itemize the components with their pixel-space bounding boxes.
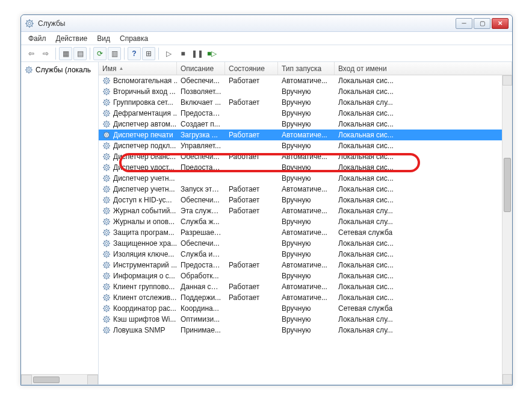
minimize-button[interactable]: ─ xyxy=(456,18,472,29)
scrollbar-thumb[interactable] xyxy=(504,158,511,212)
table-cell: Локальная сис... xyxy=(335,195,512,205)
tree-root-label: Службы (локаль xyxy=(36,66,91,74)
table-row[interactable]: Диспетчер учетн...Запуск это...РаботаетА… xyxy=(99,184,512,195)
refresh-button[interactable]: ⟳ xyxy=(93,47,107,60)
tree-horizontal-scrollbar[interactable] xyxy=(21,374,98,384)
table-cell xyxy=(225,319,278,320)
table-row[interactable]: Изоляция ключе...Служба из...ВручнуюЛока… xyxy=(99,249,512,260)
properties-button[interactable]: ▤ xyxy=(73,47,87,60)
vertical-scrollbar[interactable] xyxy=(502,75,512,384)
table-row[interactable]: Вспомогательная ...Обеспечи...РаботаетАв… xyxy=(99,75,512,86)
export-button[interactable]: ▥ xyxy=(108,47,121,60)
table-cell xyxy=(225,254,278,255)
table-cell: Вручную xyxy=(278,195,335,205)
tree-root-item[interactable]: Службы (локаль xyxy=(23,64,96,75)
menu-view[interactable]: Вид xyxy=(92,33,115,44)
table-cell: Вручную xyxy=(278,314,335,324)
table-row[interactable]: Диспетчер учетн...ВручнуюЛокальная сис..… xyxy=(99,173,512,184)
table-row[interactable]: Дефрагментация ...Предостав...ВручнуюЛок… xyxy=(99,108,512,119)
table-cell: Вспомогательная ... xyxy=(99,76,177,86)
services-list[interactable]: Вспомогательная ...Обеспечи...РаботаетАв… xyxy=(99,75,512,384)
start-service-button[interactable]: ▷ xyxy=(162,47,175,60)
table-cell: Автоматиче... xyxy=(278,76,335,86)
table-row[interactable]: Инструментарий ...Предостав...РаботаетАв… xyxy=(99,260,512,270)
service-icon xyxy=(102,315,111,323)
scroll-up-button[interactable] xyxy=(503,75,512,86)
table-row[interactable]: Журналы и опов...Служба ж...ВручнуюЛокал… xyxy=(99,216,512,227)
sort-indicator-icon: ▲ xyxy=(119,66,123,71)
table-row[interactable]: Ловушка SNMPПринимае...ВручнуюЛокальная … xyxy=(99,325,512,336)
table-row[interactable]: Защита програм...Разрешает...Автоматиче.… xyxy=(99,227,512,238)
stop-service-button[interactable]: ■ xyxy=(176,47,190,60)
titlebar[interactable]: Службы ─ ▢ ✕ xyxy=(21,15,512,32)
show-hide-tree-button[interactable]: ▦ xyxy=(59,47,72,60)
service-icon xyxy=(102,87,111,96)
table-cell: Локальная сис... xyxy=(335,130,512,140)
window-buttons: ─ ▢ ✕ xyxy=(456,18,509,29)
menu-action[interactable]: Действие xyxy=(51,33,93,44)
tree-view[interactable]: Службы (локаль xyxy=(21,62,98,374)
table-row[interactable]: Диспетчер печатиЗагрузка ...РаботаетАвто… xyxy=(99,130,512,140)
column-state[interactable]: Состояние xyxy=(225,62,278,75)
table-cell: Управляет... xyxy=(177,141,225,151)
menu-help[interactable]: Справка xyxy=(115,33,153,44)
table-row[interactable]: Диспетчер автом...Создает п...ВручнуюЛок… xyxy=(99,119,512,130)
help-button[interactable]: ? xyxy=(128,47,141,60)
table-cell: Автоматиче... xyxy=(278,152,335,161)
toggle-button[interactable]: ⊞ xyxy=(142,47,155,60)
table-cell: Работает xyxy=(225,293,278,302)
table-cell: Загрузка ... xyxy=(177,130,225,140)
table-cell: Предостав... xyxy=(177,108,225,118)
table-row[interactable]: Защищенное хра...Обеспечи...ВручнуюЛокал… xyxy=(99,238,512,249)
table-cell: Защищенное хра... xyxy=(99,239,177,248)
table-row[interactable]: Диспетчер удост...Предостав...ВручнуюЛок… xyxy=(99,162,512,173)
table-row[interactable]: Доступ к HID-ус...Обеспечи...РаботаетВру… xyxy=(99,195,512,205)
window-title: Службы xyxy=(38,19,456,28)
table-cell xyxy=(225,243,278,244)
table-cell: Ловушка SNMP xyxy=(99,325,177,335)
column-description[interactable]: Описание xyxy=(177,62,225,75)
table-row[interactable]: Информация о с...Обработк...ВручнуюЛокал… xyxy=(99,270,512,281)
table-row[interactable]: Диспетчер сеанс...Обеспечи...РаботаетАвт… xyxy=(99,151,512,162)
service-icon xyxy=(102,77,111,85)
table-cell: Сетевая служба xyxy=(335,304,512,313)
table-row[interactable]: Кэш шрифтов Wi...Оптимизи...ВручнуюЛокал… xyxy=(99,314,512,325)
scroll-down-button[interactable] xyxy=(503,374,512,384)
table-cell: Вторичный вход ... xyxy=(99,87,177,96)
menu-file[interactable]: Файл xyxy=(23,33,51,44)
forward-button[interactable]: ⇨ xyxy=(39,47,52,60)
table-row[interactable]: Журнал событий...Эта служб...РаботаетАвт… xyxy=(99,205,512,216)
scrollbar-track[interactable] xyxy=(503,86,512,374)
table-row[interactable]: Вторичный вход ...Позволяет...ВручнуюЛок… xyxy=(99,86,512,97)
back-button[interactable]: ⇦ xyxy=(25,47,38,60)
table-cell: Локальная сис... xyxy=(335,152,512,161)
service-icon xyxy=(102,185,111,193)
table-cell: Диспетчер учетн... xyxy=(99,173,177,183)
table-row[interactable]: Клиент группово...Данная слу...РаботаетА… xyxy=(99,281,512,292)
table-cell: Локальная сис... xyxy=(335,239,512,248)
column-startup[interactable]: Тип запуска xyxy=(278,62,335,75)
table-cell: Диспетчер удост... xyxy=(99,163,177,172)
close-button[interactable]: ✕ xyxy=(492,18,509,29)
service-icon xyxy=(102,293,111,302)
table-cell: Работает xyxy=(225,282,278,292)
table-cell xyxy=(225,308,278,309)
table-cell: Координатор рас... xyxy=(99,304,177,313)
pause-service-button[interactable]: ❚❚ xyxy=(191,47,204,60)
table-cell xyxy=(225,113,278,114)
service-icon xyxy=(102,239,111,248)
table-row[interactable]: Координатор рас...Координа...ВручнуюСете… xyxy=(99,303,512,314)
column-logon[interactable]: Вход от имени xyxy=(335,62,512,75)
table-cell: Локальная сис... xyxy=(335,108,512,118)
restart-service-button[interactable]: ■▷ xyxy=(205,47,218,60)
list-header: Имя▲ Описание Состояние Тип запуска Вход… xyxy=(99,62,512,75)
table-row[interactable]: Группировка сет...Включает ...РаботаетВр… xyxy=(99,97,512,108)
service-icon xyxy=(102,163,111,172)
table-cell: Диспетчер учетн... xyxy=(99,184,177,194)
scrollbar-thumb[interactable] xyxy=(33,377,60,383)
column-name[interactable]: Имя▲ xyxy=(99,62,177,75)
table-row[interactable]: Клиент отслежив...Поддержи...РаботаетАвт… xyxy=(99,292,512,303)
table-cell: Работает xyxy=(225,260,278,270)
maximize-button[interactable]: ▢ xyxy=(474,18,490,29)
table-row[interactable]: Диспетчер подкл...Управляет...ВручнуюЛок… xyxy=(99,140,512,151)
